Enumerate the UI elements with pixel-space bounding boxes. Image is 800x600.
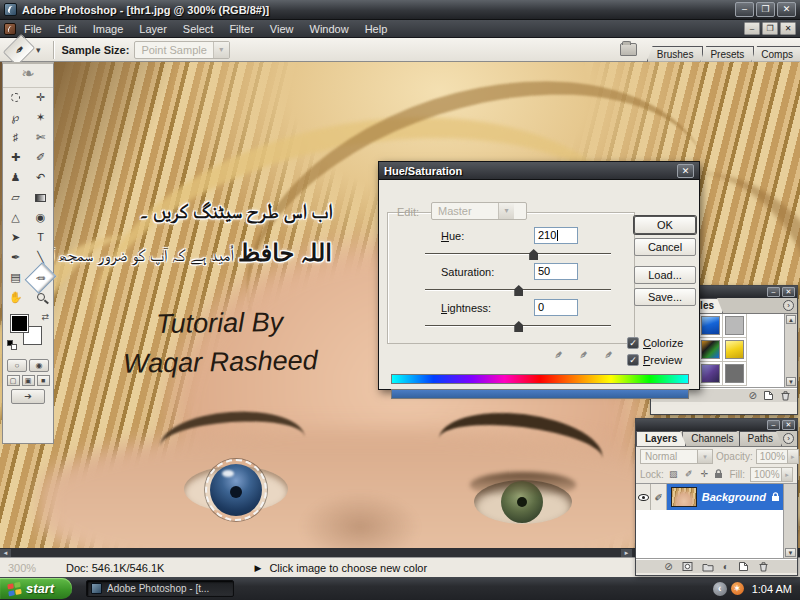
doc-close-button[interactable]: ✕ [780, 22, 796, 35]
tray-chevron-icon[interactable]: ‹ [713, 582, 727, 596]
spinner-arrow-icon[interactable]: ▸ [788, 449, 799, 464]
file-browser-icon[interactable] [620, 43, 637, 56]
marquee-tool[interactable] [3, 88, 28, 108]
standard-mode-button[interactable]: ○ [7, 359, 27, 372]
palette-minimize-icon[interactable]: – [767, 287, 780, 297]
doc-minimize-button[interactable]: – [744, 22, 760, 35]
photoshop-app-icon[interactable] [4, 3, 17, 16]
fullscreen-button[interactable]: ■ [37, 375, 50, 386]
menu-view[interactable]: View [262, 21, 302, 37]
hue-slider[interactable] [425, 248, 611, 261]
sample-size-select[interactable]: Point Sample ▾ [134, 41, 229, 59]
menu-window[interactable]: Window [302, 21, 357, 37]
menu-filter[interactable]: Filter [221, 21, 261, 37]
dialog-title-bar[interactable]: Hue/Saturation ✕ [379, 162, 699, 180]
menu-edit[interactable]: Edit [50, 21, 85, 37]
palette-close-icon[interactable]: ✕ [782, 287, 795, 297]
delete-style-icon[interactable] [780, 390, 791, 401]
pen-tool[interactable]: ✒ [3, 248, 28, 268]
cancel-button[interactable]: Cancel [634, 238, 696, 256]
left-eye-with-selection[interactable] [184, 458, 288, 522]
new-style-icon[interactable] [763, 390, 774, 401]
crop-tool[interactable]: ♯ [3, 128, 28, 148]
style-swatch[interactable] [723, 314, 747, 338]
restore-button[interactable]: ❐ [756, 2, 775, 17]
adjustment-layer-icon[interactable]: ◐ [723, 561, 729, 573]
start-button[interactable]: start [0, 578, 72, 599]
default-colors-icon[interactable] [7, 340, 17, 350]
menu-layer[interactable]: Layer [131, 21, 175, 37]
path-select-tool[interactable]: ➤ [3, 228, 28, 248]
dodge-tool[interactable]: ◉ [28, 208, 53, 228]
ok-button[interactable]: OK [634, 216, 696, 234]
eyedropper-tool-icon[interactable]: ✒ [3, 33, 36, 66]
styles-scrollbar[interactable]: ▲ ▼ [784, 314, 797, 387]
minimize-button[interactable]: – [735, 2, 754, 17]
menu-help[interactable]: Help [357, 21, 396, 37]
scroll-right-icon[interactable]: ► [621, 549, 632, 557]
link-layers-icon[interactable]: ⊘ [664, 561, 672, 573]
eyedropper-plus-icon[interactable]: ✒ [575, 346, 592, 363]
slice-tool[interactable]: ✄ [28, 128, 53, 148]
selected-layer[interactable]: Background [667, 484, 784, 510]
lightness-slider[interactable] [425, 320, 611, 333]
style-swatch[interactable] [723, 338, 747, 362]
lasso-tool[interactable]: ℘ [3, 108, 28, 128]
eraser-tool[interactable]: ▱ [3, 188, 28, 208]
style-swatch[interactable] [723, 362, 747, 386]
healing-brush-tool[interactable]: ✚ [3, 148, 28, 168]
dialog-close-icon[interactable]: ✕ [677, 164, 694, 178]
layers-scrollbar[interactable]: ▼ [783, 484, 797, 558]
delete-layer-icon[interactable] [758, 561, 769, 572]
magic-wand-tool[interactable]: ✶ [28, 108, 53, 128]
tool-caret-icon[interactable]: ▾ [36, 45, 41, 55]
eyedropper-icon[interactable]: ✒ [550, 346, 567, 363]
history-brush-tool[interactable]: ↶ [28, 168, 53, 188]
scroll-left-icon[interactable]: ◄ [0, 549, 11, 557]
tray-alert-icon[interactable]: ✶ [731, 582, 744, 595]
tab-layer-comps[interactable]: Comps [751, 46, 800, 62]
palette-close-icon[interactable]: ✕ [782, 420, 795, 430]
chevron-down-icon[interactable]: ▾ [213, 42, 229, 58]
close-button[interactable]: ✕ [777, 2, 796, 17]
standard-screen-button[interactable]: ▢ [7, 375, 20, 386]
scroll-down-icon[interactable]: ▼ [785, 548, 796, 557]
tab-tool-presets[interactable]: Presets [700, 46, 754, 62]
opacity-spinner[interactable]: 100% ▸ [756, 449, 799, 464]
taskbar-task-photoshop[interactable]: Adobe Photoshop - [t... [86, 580, 234, 597]
blend-mode-select[interactable]: Normal ▾ [640, 449, 713, 464]
type-tool[interactable]: T [28, 228, 53, 248]
tab-channels[interactable]: Channels [682, 431, 742, 446]
edit-select[interactable]: Master ▾ [431, 202, 527, 220]
active-brush-cell[interactable]: ✐ [651, 484, 666, 510]
scroll-down-icon[interactable]: ▼ [786, 377, 796, 386]
swap-colors-icon[interactable]: ⇄ [41, 312, 49, 322]
lightness-input[interactable]: 0 [534, 299, 578, 316]
fill-spinner[interactable]: 100% ▸ [750, 467, 793, 482]
saturation-slider-thumb[interactable] [514, 285, 523, 296]
style-swatch[interactable] [699, 362, 723, 386]
fullscreen-menubar-button[interactable]: ▣ [22, 375, 35, 386]
foreground-color-swatch[interactable] [10, 314, 29, 333]
palette-menu-icon[interactable]: › [783, 300, 794, 311]
zoom-level[interactable]: 300% [8, 562, 56, 574]
status-arrow-icon[interactable]: ▶ [254, 563, 261, 573]
jump-to-imageready-button[interactable]: ➔ [11, 389, 45, 404]
add-mask-icon[interactable] [682, 561, 693, 572]
quick-mask-mode-button[interactable]: ◉ [29, 359, 49, 372]
preview-checkbox[interactable]: ✓ Preview [627, 354, 682, 366]
lock-transparency-icon[interactable]: ▨ [667, 469, 680, 479]
palette-minimize-icon[interactable]: – [767, 420, 780, 430]
visibility-cell[interactable] [636, 484, 651, 510]
right-eye[interactable] [474, 472, 572, 532]
hue-slider-thumb[interactable] [529, 249, 538, 260]
clear-style-icon[interactable]: ⊘ [749, 390, 757, 402]
lock-pixels-icon[interactable]: ✐ [683, 469, 696, 479]
zoom-tool[interactable] [28, 288, 53, 308]
colorize-checkbox[interactable]: ✓ Colorize [627, 337, 683, 349]
gradient-tool[interactable] [28, 188, 53, 208]
new-group-icon[interactable] [702, 562, 714, 572]
layer-name[interactable]: Background [702, 491, 766, 503]
layer-row-background[interactable]: ✐ Background [636, 484, 784, 510]
brush-tool[interactable]: ✐ [28, 148, 53, 168]
